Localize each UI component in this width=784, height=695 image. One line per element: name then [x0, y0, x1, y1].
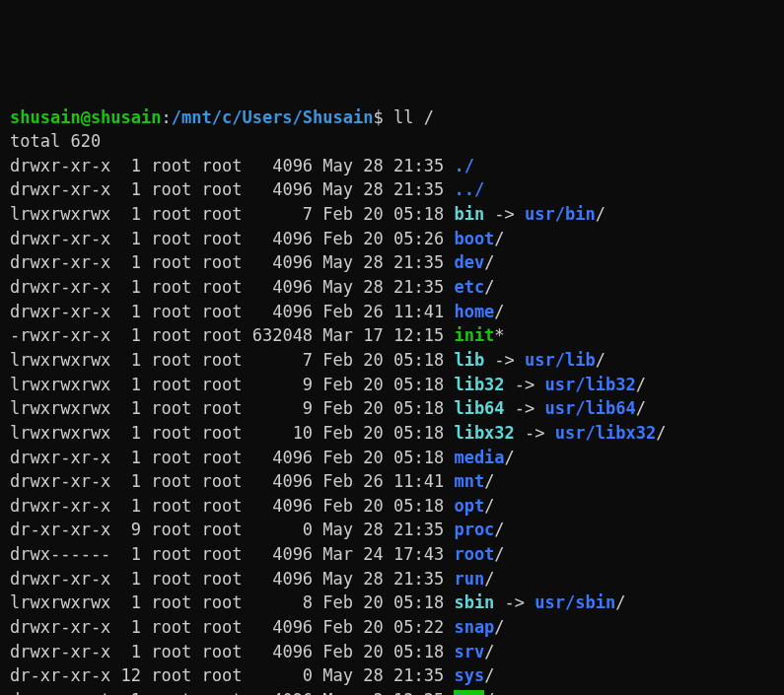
file-owner: root	[141, 325, 191, 345]
command-text-value: ll /	[393, 107, 434, 127]
file-name: root	[454, 544, 494, 564]
file-perms: drwxr-xr-x	[10, 448, 110, 467]
file-slash: /	[494, 544, 504, 564]
link-target: usr/sbin	[535, 592, 615, 612]
file-date: May 28 21:35	[313, 665, 454, 685]
listing-row: drwxr-xr-x 1 root root 4096 Feb 26 11:41…	[10, 469, 774, 494]
file-size: 4096	[242, 156, 313, 175]
file-name: etc	[454, 277, 484, 297]
file-size: 7	[242, 204, 313, 224]
file-links: 1	[110, 204, 141, 224]
file-perms: lrwxrwxrwx	[10, 592, 110, 612]
file-size: 4096	[242, 252, 313, 272]
file-perms: dr-xr-xr-x	[10, 520, 110, 539]
file-name: srv	[454, 642, 484, 661]
file-links: 1	[110, 569, 141, 589]
listing-row: drwxr-xr-x 1 root root 4096 May 28 21:35…	[10, 177, 774, 202]
file-size: 4096	[242, 496, 313, 516]
terminal-output[interactable]: shusain@shusain:/mnt/c/Users/Shusain$ ll…	[10, 105, 774, 695]
file-name: boot	[454, 229, 494, 248]
file-group: root	[191, 617, 242, 637]
file-name: lib32	[454, 375, 504, 394]
file-slash: /	[494, 520, 504, 539]
file-links: 1	[110, 302, 141, 321]
prompt-line-1: shusain@shusain:/mnt/c/Users/Shusain$ ll…	[10, 105, 774, 130]
file-owner: root	[141, 423, 191, 443]
file-links: 1	[110, 350, 141, 370]
file-group: root	[191, 204, 242, 224]
file-perms: drwxr-xr-x	[10, 252, 110, 272]
file-perms: lrwxrwxrwx	[10, 204, 110, 224]
file-group: root	[191, 302, 242, 321]
file-size: 4096	[242, 277, 313, 297]
file-group: root	[191, 229, 242, 248]
file-owner: root	[141, 665, 191, 685]
link-arrow: ->	[484, 204, 525, 224]
file-date: Feb 20 05:18	[313, 642, 454, 661]
file-owner: root	[141, 690, 191, 695]
file-slash: /	[494, 617, 504, 637]
listing-row: dr-xr-xr-x 12 root root 0 May 28 21:35 s…	[10, 663, 774, 688]
file-owner: root	[141, 569, 191, 589]
file-group: root	[191, 569, 242, 589]
file-size: 4096	[242, 642, 313, 661]
file-size: 4096	[242, 544, 313, 564]
file-name: lib	[454, 350, 484, 370]
link-arrow: ->	[494, 592, 535, 612]
file-date: Feb 20 05:18	[313, 592, 454, 612]
file-date: Mar 17 12:15	[313, 325, 454, 345]
listing-row: drwxr-xr-x 1 root root 4096 Feb 20 05:18…	[10, 494, 774, 519]
file-group: root	[191, 277, 242, 297]
file-group: root	[191, 520, 242, 539]
file-size: 10	[242, 423, 313, 443]
prompt-dollar: $	[373, 107, 383, 127]
file-date: Feb 20 05:18	[313, 448, 454, 467]
file-owner: root	[141, 252, 191, 272]
file-size: 0	[242, 520, 313, 539]
file-size: 4096	[242, 179, 313, 199]
file-group: root	[191, 252, 242, 272]
link-target: usr/lib64	[545, 398, 636, 418]
link-arrow: ->	[484, 350, 525, 370]
listing-row: lrwxrwxrwx 1 root root 7 Feb 20 05:18 li…	[10, 348, 774, 373]
listing-row: drwxr-xr-x 1 root root 4096 May 28 21:35…	[10, 567, 774, 591]
file-group: root	[191, 690, 242, 695]
file-owner: root	[141, 544, 191, 564]
file-group: root	[191, 375, 242, 394]
file-size: 0	[242, 665, 313, 685]
file-size: 4096	[242, 617, 313, 637]
file-owner: root	[141, 156, 191, 175]
listing-row: lrwxrwxrwx 1 root root 9 Feb 20 05:18 li…	[10, 396, 774, 421]
listing-row: drwxrwxrwt 1 root root 4096 May 3 13:25 …	[10, 688, 774, 695]
file-group: root	[191, 471, 242, 491]
file-slash: /	[484, 471, 494, 491]
file-group: root	[191, 350, 242, 370]
file-slash: /	[484, 665, 494, 685]
file-links: 1	[110, 325, 141, 345]
file-perms: dr-xr-xr-x	[10, 665, 110, 685]
file-owner: root	[141, 642, 191, 661]
file-links: 1	[110, 592, 141, 612]
file-date: May 28 21:35	[313, 179, 454, 199]
file-name: bin	[454, 204, 484, 224]
file-slash: /	[494, 229, 504, 248]
file-name: snap	[454, 617, 494, 637]
file-name: libx32	[454, 423, 514, 443]
file-links: 1	[110, 375, 141, 394]
file-name: init	[454, 325, 494, 345]
file-perms: drwxrwxrwt	[10, 690, 110, 695]
total-line: total 620	[10, 129, 774, 154]
file-owner: root	[141, 496, 191, 516]
target-slash: /	[636, 375, 646, 394]
file-name: ../	[454, 179, 484, 199]
file-slash: /	[484, 496, 494, 516]
file-perms: drwxr-xr-x	[10, 179, 110, 199]
file-perms: lrwxrwxrwx	[10, 350, 110, 370]
file-perms: lrwxrwxrwx	[10, 375, 110, 394]
file-size: 4096	[242, 690, 313, 695]
file-date: May 28 21:35	[313, 156, 454, 175]
listing-row: drwxr-xr-x 1 root root 4096 May 28 21:35…	[10, 154, 774, 178]
link-target: usr/libx32	[555, 423, 656, 443]
file-date: Mar 24 17:43	[313, 544, 454, 564]
listing-row: -rwxr-xr-x 1 root root 632048 Mar 17 12:…	[10, 323, 774, 348]
